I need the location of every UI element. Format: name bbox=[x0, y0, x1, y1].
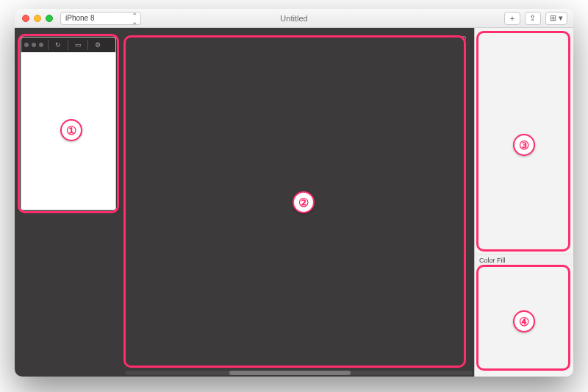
window-controls bbox=[15, 15, 53, 22]
sim-dot-icon bbox=[39, 43, 43, 47]
align-icon[interactable]: ▭ bbox=[73, 40, 83, 50]
simulator-toolbar: ↻ ▭ ⚙ bbox=[21, 38, 115, 52]
chevron-updown-icon: ⌃⌄ bbox=[132, 13, 137, 25]
device-select-label: iPhone 8 bbox=[65, 14, 94, 22]
horizontal-scrollbar[interactable] bbox=[125, 371, 473, 375]
scrollbar-thumb[interactable] bbox=[229, 371, 351, 375]
settings-icon[interactable]: ⚙ bbox=[93, 40, 103, 50]
device-select[interactable]: iPhone 8 ⌃⌄ bbox=[60, 12, 141, 25]
simulator-panel: ↻ ▭ ⚙ bbox=[21, 37, 116, 210]
layout-icon: ⊞ ▾ bbox=[550, 13, 563, 23]
app-window: iPhone 8 ⌃⌄ Untitled + ⇪ ⊞ ▾ ⌕ bbox=[15, 9, 573, 377]
inspector-section-label: Color Fill bbox=[479, 257, 506, 264]
titlebar: iPhone 8 ⌃⌄ Untitled + ⇪ ⊞ ▾ bbox=[15, 9, 573, 28]
plus-icon: + bbox=[510, 14, 514, 23]
sim-dot-icon bbox=[24, 43, 29, 47]
add-button[interactable]: + bbox=[504, 12, 520, 25]
close-icon[interactable] bbox=[22, 15, 29, 22]
zoom-icon[interactable] bbox=[46, 15, 53, 22]
annotation-region-2 bbox=[123, 35, 466, 368]
inspector-top-section[interactable] bbox=[475, 28, 573, 254]
inspector-section-header: Color Fill bbox=[475, 254, 573, 266]
rotate-icon[interactable]: ↻ bbox=[53, 40, 63, 50]
canvas-area[interactable]: ⌕ ↻ ▭ ⚙ bbox=[15, 28, 475, 377]
share-icon: ⇪ bbox=[529, 13, 536, 23]
minimize-icon[interactable] bbox=[34, 15, 41, 22]
sim-dot-icon bbox=[32, 43, 36, 47]
simulator-screen[interactable] bbox=[21, 52, 115, 210]
inspector-bottom-section[interactable] bbox=[475, 266, 573, 377]
share-button[interactable]: ⇪ bbox=[525, 12, 541, 25]
layout-button[interactable]: ⊞ ▾ bbox=[545, 12, 567, 25]
search-icon[interactable]: ⌕ bbox=[458, 31, 470, 43]
inspector-panel: Color Fill bbox=[475, 28, 573, 377]
